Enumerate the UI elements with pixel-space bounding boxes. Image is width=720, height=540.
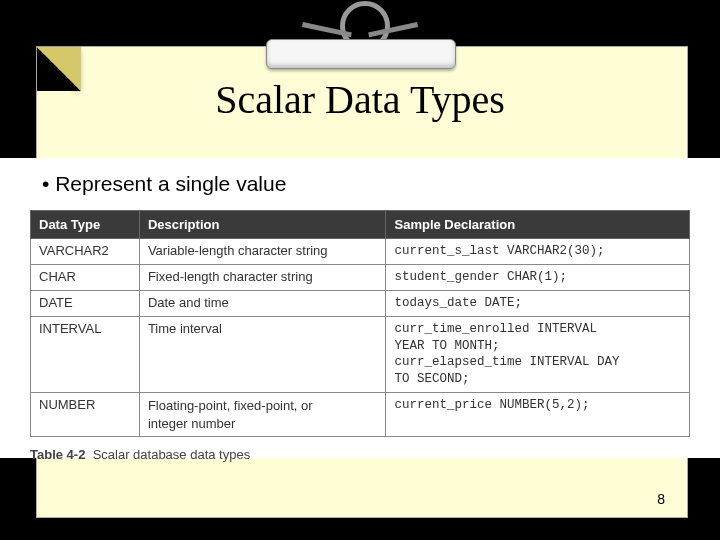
cell-desc: Fixed-length character string bbox=[139, 264, 386, 290]
cell-desc: Floating-point, fixed-point, or integer … bbox=[139, 393, 386, 437]
data-types-table: Data Type Description Sample Declaration… bbox=[30, 210, 690, 437]
cell-sample: todays_date DATE; bbox=[386, 290, 690, 316]
bullet-subtitle: Represent a single value bbox=[42, 172, 700, 196]
cell-sample: curr_time_enrolled INTERVAL YEAR TO MONT… bbox=[386, 316, 690, 393]
cell-desc: Time interval bbox=[139, 316, 386, 393]
table-row: INTERVAL Time interval curr_time_enrolle… bbox=[31, 316, 690, 393]
clipboard-clip bbox=[266, 0, 454, 69]
table-row: VARCHAR2 Variable-length character strin… bbox=[31, 239, 690, 265]
table-row: NUMBER Floating-point, fixed-point, or i… bbox=[31, 393, 690, 437]
cell-desc: Date and time bbox=[139, 290, 386, 316]
col-description: Description bbox=[139, 211, 386, 239]
table-caption: Table 4-2 Scalar database data types bbox=[30, 447, 700, 462]
clip-base bbox=[266, 39, 456, 69]
cell-sample: student_gender CHAR(1); bbox=[386, 264, 690, 290]
cell-sample: current_s_last VARCHAR2(30); bbox=[386, 239, 690, 265]
cell-type: NUMBER bbox=[31, 393, 140, 437]
col-sample: Sample Declaration bbox=[386, 211, 690, 239]
page-number: 8 bbox=[657, 491, 665, 507]
col-data-type: Data Type bbox=[31, 211, 140, 239]
cell-type: DATE bbox=[31, 290, 140, 316]
table-row: CHAR Fixed-length character string stude… bbox=[31, 264, 690, 290]
caption-text: Scalar database data types bbox=[93, 447, 251, 462]
caption-label: Table 4-2 bbox=[30, 447, 85, 462]
table-header-row: Data Type Description Sample Declaration bbox=[31, 211, 690, 239]
table-row: DATE Date and time todays_date DATE; bbox=[31, 290, 690, 316]
cell-type: INTERVAL bbox=[31, 316, 140, 393]
cell-type: VARCHAR2 bbox=[31, 239, 140, 265]
cell-desc: Variable-length character string bbox=[139, 239, 386, 265]
page-title: Scalar Data Types bbox=[0, 76, 720, 123]
cell-sample: current_price NUMBER(5,2); bbox=[386, 393, 690, 437]
content-panel: Represent a single value Data Type Descr… bbox=[0, 158, 720, 458]
cell-type: CHAR bbox=[31, 264, 140, 290]
